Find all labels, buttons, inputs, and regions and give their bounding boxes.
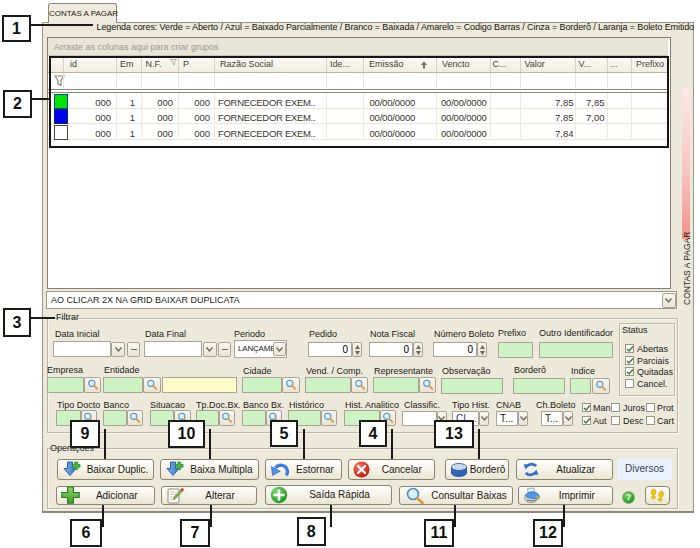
svg-text:?: ? [626, 492, 631, 502]
